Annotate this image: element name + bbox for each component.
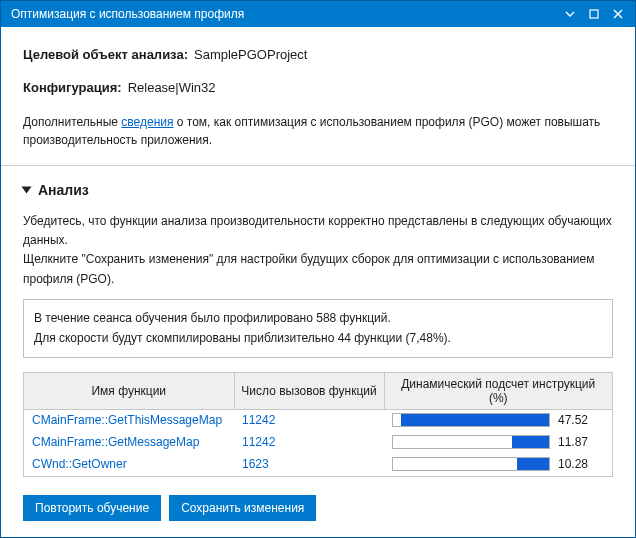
call-count: 11242 [242,435,275,449]
help-link[interactable]: сведения [121,115,173,129]
functions-table: Имя функции Число вызовов функций Динами… [24,373,612,477]
col-header-name[interactable]: Имя функции [24,373,234,410]
target-row: Целевой объект анализа: SamplePGOProject [23,47,613,62]
config-row: Конфигурация: Release|Win32 [23,80,613,95]
col-header-dyn[interactable]: Динамический подсчет инструкций (%) [384,373,612,410]
col-header-calls[interactable]: Число вызовов функций [234,373,384,410]
config-label: Конфигурация: [23,80,122,95]
footer-buttons: Повторить обучение Сохранить изменения [1,481,635,537]
chevron-right-icon [22,187,32,194]
target-label: Целевой объект анализа: [23,47,188,62]
close-icon[interactable] [607,5,629,23]
analysis-section: Анализ Убедитесь, что функции анализа пр… [1,166,635,481]
save-button[interactable]: Сохранить изменения [169,495,316,521]
table-row[interactable]: CMainFrame::GetThisMessageMap1124247.52 [24,409,612,431]
percent-bar [392,457,550,471]
stats-line1: В течение сеанса обучения было профилиро… [34,308,602,328]
percent-value: 11.87 [558,435,604,449]
help-text: Дополнительные сведения о том, как оптим… [23,113,613,149]
function-name-link[interactable]: CMainFrame::GetThisMessageMap [32,413,222,427]
function-name-link[interactable]: CMainFrame::GetMessageMap [32,435,199,449]
percent-value: 47.52 [558,413,604,427]
analysis-desc-line1: Убедитесь, что функции анализа производи… [23,212,613,250]
analysis-desc-line2: Щелкните "Сохранить изменения" для настр… [23,250,613,288]
functions-table-wrap[interactable]: Имя функции Число вызовов функций Динами… [23,372,613,477]
window-controls [559,5,629,23]
retrain-button[interactable]: Повторить обучение [23,495,161,521]
stats-line2: Для скорости будут скомпилированы прибли… [34,328,602,348]
summary-section: Целевой объект анализа: SamplePGOProject… [1,27,635,166]
percent-value: 10.28 [558,457,604,471]
svg-rect-0 [590,10,598,18]
analysis-title: Анализ [38,182,89,198]
dropdown-icon[interactable] [559,5,581,23]
target-value: SamplePGOProject [194,47,307,62]
function-name-link[interactable]: CWnd::GetOwner [32,457,127,471]
call-count: 11242 [242,413,275,427]
table-row[interactable]: CMFCToolBar::GetButtonSize1283.78 [24,475,612,477]
content-area: Целевой объект анализа: SamplePGOProject… [1,27,635,537]
call-count: 1623 [242,457,269,471]
table-row[interactable]: CMainFrame::GetMessageMap1124211.87 [24,431,612,453]
analysis-description: Убедитесь, что функции анализа производи… [23,212,613,289]
percent-bar [392,435,550,449]
table-row[interactable]: CWnd::GetOwner162310.28 [24,453,612,475]
stats-box: В течение сеанса обучения было профилиро… [23,299,613,358]
percent-bar [392,413,550,427]
analysis-header[interactable]: Анализ [23,182,613,198]
table-header-row: Имя функции Число вызовов функций Динами… [24,373,612,410]
help-prefix: Дополнительные [23,115,121,129]
maximize-icon[interactable] [583,5,605,23]
window-title: Оптимизация с использованием профиля [11,7,559,21]
pgo-window: Оптимизация с использованием профиля Цел… [0,0,636,538]
config-value: Release|Win32 [128,80,216,95]
titlebar: Оптимизация с использованием профиля [1,1,635,27]
